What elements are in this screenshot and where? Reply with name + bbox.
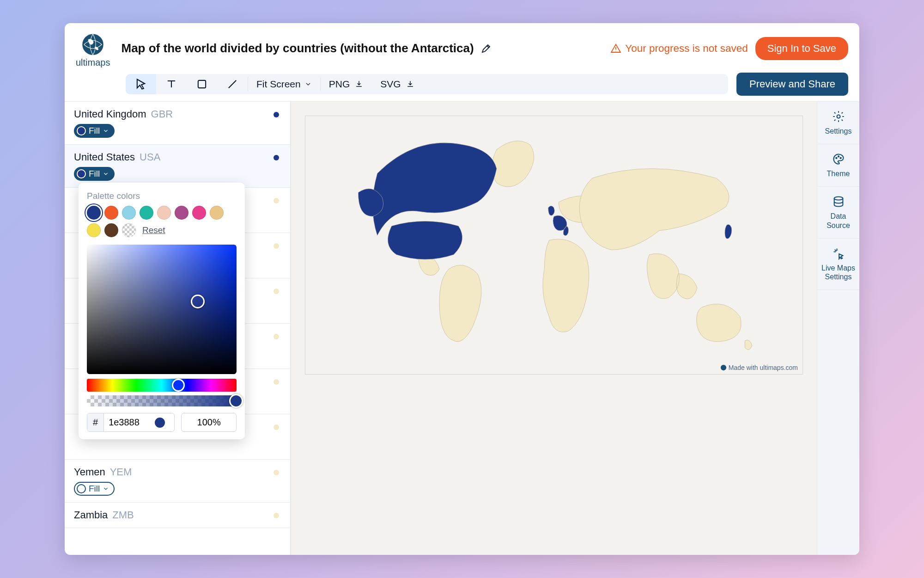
world-map <box>305 116 802 374</box>
country-row[interactable]: United KingdomGBRFill <box>65 102 290 145</box>
country-status-dot <box>274 470 279 475</box>
fill-chip[interactable]: Fill <box>74 167 115 181</box>
svg-point-2 <box>721 365 726 370</box>
country-status-dot <box>274 513 279 518</box>
hue-slider[interactable] <box>87 379 237 392</box>
hue-handle[interactable] <box>172 379 185 392</box>
rail-settings[interactable]: Settings <box>817 102 859 144</box>
rail-theme[interactable]: Theme <box>817 144 859 187</box>
svg-rect-1 <box>198 80 206 88</box>
text-tool[interactable] <box>156 74 187 94</box>
palette-color[interactable] <box>104 206 118 220</box>
fit-label: Fit Screen <box>256 79 301 90</box>
export-svg-button[interactable]: SVG <box>372 74 423 94</box>
country-name: United Kingdom <box>74 108 146 120</box>
hash-symbol: # <box>87 413 104 431</box>
rail-data-source[interactable]: Data Source <box>817 187 859 238</box>
hex-input-box: # <box>87 413 175 432</box>
app-window: ultimaps Map of the world divided by cou… <box>65 23 859 555</box>
country-name: Yemen <box>74 466 105 478</box>
fill-swatch-icon <box>77 484 86 493</box>
svg-point-7 <box>834 197 843 200</box>
download-icon <box>354 80 364 89</box>
map-box[interactable]: Made with ultimaps.com <box>305 116 803 375</box>
rail-live-maps[interactable]: Live Maps Settings <box>817 239 859 290</box>
country-status-dot <box>274 155 279 160</box>
sign-in-button[interactable]: Sign In to Save <box>755 37 848 60</box>
country-code: YEM <box>110 466 132 478</box>
hex-preview-swatch <box>155 418 165 428</box>
chevron-down-icon <box>103 128 109 134</box>
svg-point-0 <box>82 34 103 55</box>
page-title: Map of the world divided by countries (w… <box>121 41 474 55</box>
palette-color[interactable] <box>87 206 101 220</box>
export-png-button[interactable]: PNG <box>321 74 372 94</box>
line-icon <box>226 78 239 91</box>
title-row: Map of the world divided by countries (w… <box>121 41 603 55</box>
palette-color[interactable] <box>140 206 153 220</box>
palette-color[interactable] <box>157 206 171 220</box>
country-row[interactable]: United StatesUSAFill <box>65 145 290 188</box>
hex-input[interactable] <box>104 413 150 431</box>
chevron-down-icon <box>304 80 312 88</box>
country-row[interactable]: YemenYEMFill <box>65 460 290 503</box>
country-name: Zambia <box>74 509 108 521</box>
chevron-down-icon <box>103 171 109 177</box>
svg-label: SVG <box>380 79 401 90</box>
country-status-dot <box>274 424 279 430</box>
country-status-dot <box>274 379 279 385</box>
warning-text: Your progress is not saved <box>625 43 748 55</box>
country-status-dot <box>274 334 279 339</box>
fill-chip[interactable]: Fill <box>74 124 115 138</box>
country-status-dot <box>274 243 279 249</box>
palette-label: Palette colors <box>87 191 237 201</box>
gear-icon <box>832 110 845 123</box>
cursor-tool[interactable] <box>126 74 156 94</box>
logo-text: ultimaps <box>76 57 110 68</box>
rect-tool[interactable] <box>187 74 217 94</box>
toolbar: Fit Screen PNG SVG Preview and Share <box>65 70 859 101</box>
reset-link[interactable]: Reset <box>142 225 165 235</box>
globe-icon <box>80 32 106 58</box>
line-tool[interactable] <box>217 74 248 94</box>
palette-icon <box>832 153 845 166</box>
logo[interactable]: ultimaps <box>76 32 110 68</box>
svg-point-3 <box>837 115 840 118</box>
fill-chip-label: Fill <box>89 169 100 179</box>
header: ultimaps Map of the world divided by cou… <box>65 23 859 70</box>
country-code: GBR <box>151 108 173 120</box>
hex-row: # 100% <box>87 413 237 432</box>
fill-chip-label: Fill <box>89 126 100 136</box>
globe-small-icon <box>720 364 727 371</box>
palette-color[interactable] <box>122 206 136 220</box>
color-picker-popup: Palette colors Reset # 100% <box>79 183 245 439</box>
edit-icon[interactable] <box>480 43 492 54</box>
palette-color[interactable] <box>122 223 136 237</box>
click-icon <box>832 247 845 260</box>
fill-swatch-icon <box>77 169 86 178</box>
saturation-value-area[interactable] <box>87 245 237 374</box>
rail-label-theme: Theme <box>827 169 850 178</box>
palette-color[interactable] <box>104 223 118 237</box>
download-icon <box>406 80 415 89</box>
palette-color[interactable] <box>210 206 224 220</box>
fill-chip[interactable]: Fill <box>74 482 115 496</box>
svg-point-4 <box>836 158 837 159</box>
country-row[interactable]: ZambiaZMB <box>65 503 290 528</box>
palette-color[interactable] <box>87 223 101 237</box>
text-icon <box>165 78 178 91</box>
fit-screen-button[interactable]: Fit Screen <box>248 74 320 94</box>
palette-color[interactable] <box>192 206 206 220</box>
palette-color[interactable] <box>175 206 188 220</box>
fill-chip-label: Fill <box>89 484 100 494</box>
cursor-icon <box>134 78 147 91</box>
alpha-percent[interactable]: 100% <box>181 413 237 432</box>
sv-handle[interactable] <box>191 295 205 308</box>
warning-icon <box>610 43 621 54</box>
preview-share-button[interactable]: Preview and Share <box>736 73 848 96</box>
alpha-handle[interactable] <box>229 394 243 408</box>
svg-point-5 <box>838 156 839 157</box>
png-label: PNG <box>329 79 350 90</box>
alpha-slider[interactable] <box>87 395 237 406</box>
map-canvas-area: Made with ultimaps.com <box>291 102 817 555</box>
